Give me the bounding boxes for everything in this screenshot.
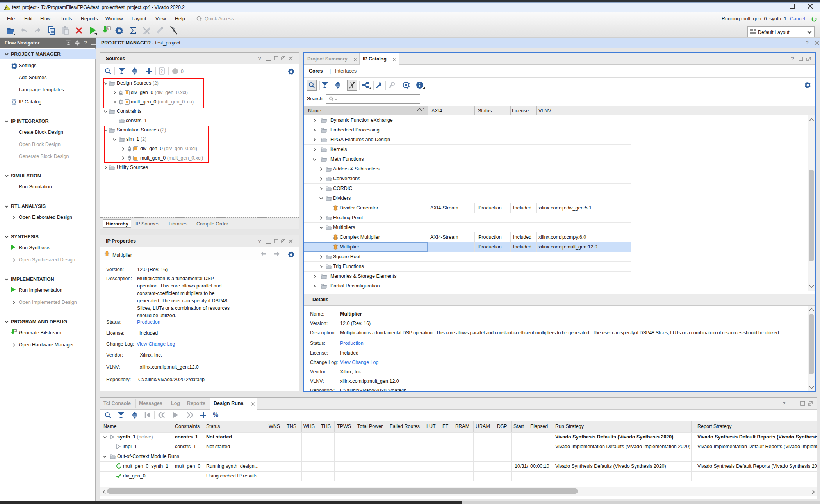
svg-text:?: ? (160, 69, 163, 73)
svg-text:i: i (419, 82, 421, 88)
svg-text:10: 10 (14, 331, 16, 332)
svg-text:10: 10 (107, 28, 109, 31)
